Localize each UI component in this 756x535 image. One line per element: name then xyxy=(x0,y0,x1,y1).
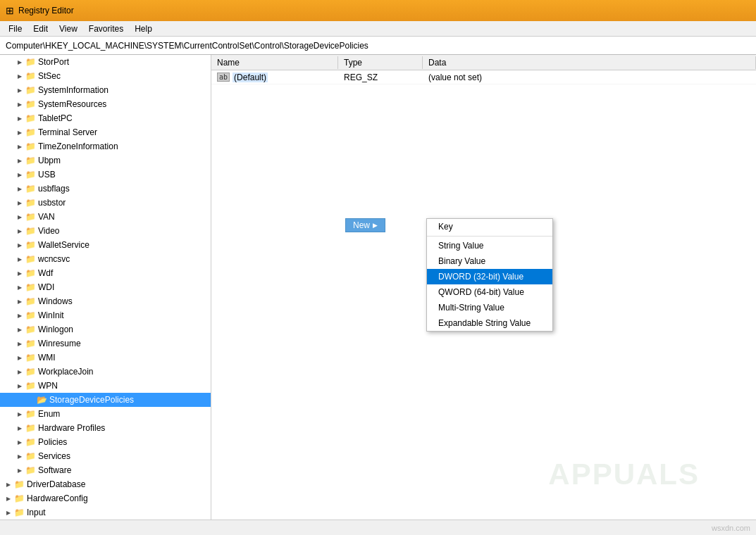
submenu-item-expandable-value[interactable]: Expandable String Value xyxy=(427,315,552,331)
tree-item-usbflags[interactable]: ▶ 📁 usbflags xyxy=(0,182,211,196)
tree-item-tabletpc[interactable]: ▶ 📁 TabletPC xyxy=(0,111,211,125)
arrow-icon: ▶ xyxy=(14,467,25,474)
menu-favorites[interactable]: Favorites xyxy=(83,23,129,35)
reg-cell-type: REG_SZ xyxy=(338,72,423,83)
submenu-item-dword-value[interactable]: DWORD (32-bit) Value xyxy=(427,269,552,284)
tree-panel[interactable]: ▶ 📁 StorPort ▶ 📁 StSec ▶ 📁 SystemInforma… xyxy=(0,55,211,520)
col-header-type: Type xyxy=(338,56,423,69)
new-button[interactable]: New ▶ xyxy=(345,218,385,232)
tree-item-systemresources[interactable]: ▶ 📁 SystemResources xyxy=(0,97,211,111)
tree-item-workplacejoin[interactable]: ▶ 📁 WorkplaceJoin xyxy=(0,365,211,379)
tree-item-wpn[interactable]: ▶ 📁 WPN xyxy=(0,379,211,393)
submenu-item-key[interactable]: Key xyxy=(427,219,552,234)
tree-item-enum[interactable]: ▶ 📁 Enum xyxy=(0,407,211,421)
tree-item-video[interactable]: ▶ 📁 Video xyxy=(0,224,211,238)
tree-item-winresume[interactable]: ▶ 📁 Winresume xyxy=(0,336,211,351)
reg-cell-data: (value not set) xyxy=(423,72,756,83)
tree-item-driverdatabase[interactable]: ▶ 📁 DriverDatabase xyxy=(0,477,211,491)
folder-icon: 📁 xyxy=(25,57,38,67)
menu-file[interactable]: File xyxy=(3,23,27,35)
arrow-icon: ▶ xyxy=(14,101,25,108)
reg-name-value: (Default) xyxy=(233,73,268,82)
menu-bar: File Edit View Favorites Help xyxy=(0,21,756,37)
tree-label: usbstor xyxy=(38,198,66,208)
tree-item-usb[interactable]: ▶ 📁 USB xyxy=(0,168,211,182)
folder-icon: 📁 xyxy=(25,254,38,264)
folder-icon: 📁 xyxy=(25,339,38,348)
folder-icon: 📁 xyxy=(25,423,38,433)
tree-label: Input xyxy=(27,508,46,517)
folder-icon: 📁 xyxy=(25,184,38,194)
tree-item-terminalserver[interactable]: ▶ 📁 Terminal Server xyxy=(0,125,211,139)
tree-item-hardwareconfig[interactable]: ▶ 📁 HardwareConfig xyxy=(0,491,211,505)
tree-label: Hardware Profiles xyxy=(38,423,105,433)
tree-item-storport[interactable]: ▶ 📁 StorPort xyxy=(0,55,211,69)
tree-item-timezoneinformation[interactable]: ▶ 📁 TimeZoneInformation xyxy=(0,139,211,153)
tree-item-stsec[interactable]: ▶ 📁 StSec xyxy=(0,69,211,83)
tree-label: StorageDevicePolicies xyxy=(49,395,134,405)
menu-help[interactable]: Help xyxy=(129,23,158,35)
ab-badge: ab xyxy=(217,73,230,82)
tree-item-ubpm[interactable]: ▶ 📁 Ubpm xyxy=(0,153,211,168)
tree-item-usbstor[interactable]: ▶ 📁 usbstor xyxy=(0,196,211,210)
arrow-icon: ▶ xyxy=(14,411,25,417)
arrow-icon: ▶ xyxy=(14,130,25,136)
context-submenu: Key String Value Binary Value DWORD (32-… xyxy=(426,218,553,332)
tree-item-windows[interactable]: ▶ 📁 Windows xyxy=(0,294,211,308)
tree-item-hardwareprofiles[interactable]: ▶ 📁 Hardware Profiles xyxy=(0,421,211,435)
menu-edit[interactable]: Edit xyxy=(27,23,54,35)
submenu-arrow-icon: ▶ xyxy=(373,222,378,229)
tree-label: WMI xyxy=(38,353,56,363)
folder-icon: 📁 xyxy=(25,451,38,461)
arrow-icon: ▶ xyxy=(14,158,25,164)
folder-icon: 📁 xyxy=(25,367,38,377)
arrow-icon: ▶ xyxy=(3,496,14,502)
tree-label: Windows xyxy=(38,296,73,306)
column-headers: Name Type Data xyxy=(211,55,756,70)
tree-item-walletservice[interactable]: ▶ 📁 WalletService xyxy=(0,238,211,252)
menu-view[interactable]: View xyxy=(54,23,83,35)
folder-icon: 📁 xyxy=(25,127,38,137)
tree-item-wdf[interactable]: ▶ 📁 Wdf xyxy=(0,266,211,280)
address-bar: Computer\HKEY_LOCAL_MACHINE\SYSTEM\Curre… xyxy=(0,37,756,55)
col-header-data: Data xyxy=(423,56,756,69)
tree-label: Ubpm xyxy=(38,156,61,165)
submenu-item-qword-value[interactable]: QWORD (64-bit) Value xyxy=(427,284,552,300)
submenu-item-string-value[interactable]: String Value xyxy=(427,238,552,253)
tree-item-van[interactable]: ▶ 📁 VAN xyxy=(0,210,211,224)
arrow-icon: ▶ xyxy=(14,425,25,432)
tree-item-wdi[interactable]: ▶ 📁 WDI xyxy=(0,280,211,294)
tree-label: Wdf xyxy=(38,268,53,278)
submenu-item-binary-value[interactable]: Binary Value xyxy=(427,253,552,269)
arrow-icon: ▶ xyxy=(14,214,25,220)
tree-item-storagedevicepolicies[interactable]: 📂 StorageDevicePolicies xyxy=(0,393,211,407)
tree-item-input[interactable]: ▶ 📁 Input xyxy=(0,505,211,520)
folder-icon: 📁 xyxy=(25,226,38,236)
tree-item-wcncsvc[interactable]: ▶ 📁 wcncsvc xyxy=(0,252,211,266)
tree-item-wmi[interactable]: ▶ 📁 WMI xyxy=(0,351,211,365)
tree-item-services[interactable]: ▶ 📁 Services xyxy=(0,449,211,463)
arrow-icon: ▶ xyxy=(14,242,25,248)
arrow-icon: ▶ xyxy=(14,186,25,192)
tree-item-policies[interactable]: ▶ 📁 Policies xyxy=(0,435,211,449)
tree-label: Policies xyxy=(38,437,67,447)
title-bar: ⊞ Registry Editor xyxy=(0,0,756,21)
arrow-icon: ▶ xyxy=(14,59,25,65)
arrow-icon: ▶ xyxy=(14,453,25,460)
folder-icon: 📁 xyxy=(14,493,27,503)
registry-row-default[interactable]: ab (Default) REG_SZ (value not set) xyxy=(211,70,756,84)
tree-label: WDI xyxy=(38,282,54,292)
tree-item-systeminformation[interactable]: ▶ 📁 SystemInformation xyxy=(0,83,211,97)
tree-label: Software xyxy=(38,465,71,475)
watermark-text: APPUALS xyxy=(548,458,700,491)
tree-item-software[interactable]: ▶ 📁 Software xyxy=(0,463,211,477)
tree-label: VAN xyxy=(38,212,55,222)
folder-icon: 📁 xyxy=(25,141,38,151)
tree-item-wininit[interactable]: ▶ 📁 WinInit xyxy=(0,308,211,322)
tree-label: Enum xyxy=(38,409,60,419)
submenu-item-multistring-value[interactable]: Multi-String Value xyxy=(427,300,552,315)
tree-item-winlogon[interactable]: ▶ 📁 Winlogon xyxy=(0,322,211,336)
tree-label: DriverDatabase xyxy=(27,479,85,489)
tree-label: StorPort xyxy=(38,57,69,67)
folder-icon: 📁 xyxy=(25,437,38,447)
